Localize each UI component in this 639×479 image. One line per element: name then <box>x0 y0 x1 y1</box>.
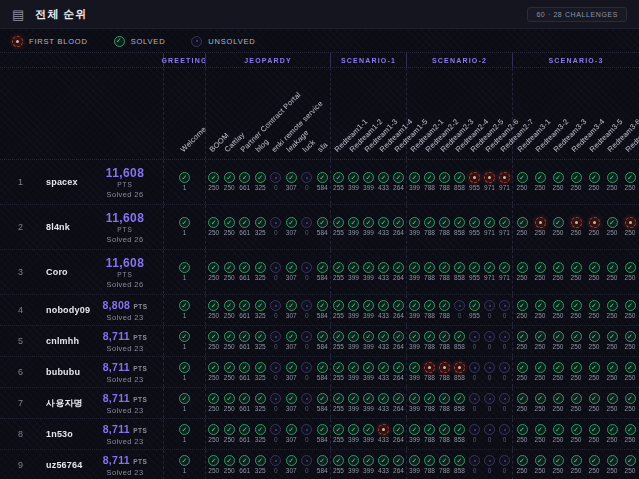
challenge-column-header: Redteam3-5 <box>585 68 603 159</box>
solved-badge: ✓ <box>499 262 510 273</box>
team-solved-count: Solved 23 <box>93 344 157 353</box>
challenge-cell: ✓584 <box>315 205 331 249</box>
challenge-name: Welcome <box>178 125 207 154</box>
challenge-group-cells: ✓250✓250✓661✓3250✓3070✓584 <box>205 388 330 418</box>
solved-badge: ✓ <box>409 300 420 311</box>
cell-points: 264 <box>393 230 404 237</box>
challenges-count-badge: 60 · 28 CHALLENGES <box>527 7 627 22</box>
solved-badge: ✓ <box>607 362 618 373</box>
solved-badge: ✓ <box>439 172 450 183</box>
challenge-cell: ✓250 <box>567 357 585 387</box>
challenge-cell: 0 <box>268 295 284 325</box>
cell-points: 264 <box>393 313 404 320</box>
cell-points: 788 <box>439 185 450 192</box>
cell-points: 250 <box>589 185 600 192</box>
cell-points: 250 <box>625 313 636 320</box>
challenge-cell: ✓250 <box>567 326 585 356</box>
challenge-cell: ✓250 <box>531 388 549 418</box>
cell-points: 788 <box>439 313 450 320</box>
cell-points: 0 <box>488 344 492 351</box>
challenge-group-cells: ✓1 <box>163 295 205 325</box>
team-row: 9uz567648,711 PTSSolved 23✓1✓250✓250✓661… <box>0 450 639 479</box>
challenge-cell: ✓584 <box>315 419 331 449</box>
solved-badge: ✓ <box>625 393 636 404</box>
cell-points: 325 <box>255 468 266 475</box>
cell-points: 788 <box>439 406 450 413</box>
unsolved-badge <box>469 362 480 373</box>
menu-icon[interactable]: ▤ <box>12 8 24 21</box>
cell-points: 399 <box>409 375 420 382</box>
solved-badge: ✓ <box>239 300 250 311</box>
first-blood-badge <box>378 424 389 435</box>
challenge-cell: ✓250 <box>621 388 639 418</box>
solved-badge: ✓ <box>317 172 328 183</box>
challenge-cell: ✓788 <box>422 250 437 294</box>
challenge-cell: ✓1 <box>164 419 205 449</box>
solved-badge: ✓ <box>363 172 374 183</box>
challenge-label-group: Redteam3-1Redteam3-2Redteam3-3Redteam3-4… <box>512 68 639 159</box>
cell-points: 250 <box>517 344 528 351</box>
challenge-cell: ✓971 <box>497 205 512 249</box>
team-solved-count: Solved 26 <box>93 280 157 289</box>
solved-badge: ✓ <box>333 172 344 183</box>
challenge-group-cells: ✓399✓788✓788✓858✓955✓971✓971 <box>406 205 512 249</box>
cell-points: 0 <box>274 437 278 444</box>
cell-points: 264 <box>393 468 404 475</box>
challenge-label-group: Redteam2-1Redteam2-2Redteam2-3Redteam2-4… <box>406 68 512 159</box>
cell-points: 250 <box>607 275 618 282</box>
cell-points: 788 <box>424 468 435 475</box>
category-group: GREETING <box>163 53 205 67</box>
cell-points: 250 <box>224 375 235 382</box>
challenge-group-cells: ✓250✓250✓250✓250✓250✓250✓250 <box>512 160 639 204</box>
challenge-column-header: Redteam2-7 <box>497 68 512 159</box>
cell-points: 399 <box>348 406 359 413</box>
unsolved-badge <box>270 424 281 435</box>
challenge-cell: 971 <box>497 160 512 204</box>
challenge-group-cells: ✓250✓250✓250✓250✓250✓250✓250 <box>512 388 639 418</box>
unsolved-badge <box>270 217 281 228</box>
challenge-cell: ✓250 <box>549 295 567 325</box>
challenge-group-cells: ✓250✓250✓661✓3250✓3070✓584 <box>205 419 330 449</box>
cell-points: 399 <box>348 230 359 237</box>
challenge-cell: ✓325 <box>253 388 269 418</box>
solved-badge: ✓ <box>224 424 235 435</box>
cell-points: 325 <box>255 344 266 351</box>
solved-badge: ✓ <box>589 424 600 435</box>
cell-points: 0 <box>473 406 477 413</box>
cell-points: 661 <box>239 313 250 320</box>
cell-points: 399 <box>409 468 420 475</box>
solved-badge: ✓ <box>409 331 420 342</box>
challenge-cell: ✓250 <box>603 419 621 449</box>
challenge-cell: ✓264 <box>391 450 406 479</box>
cell-points: 0 <box>305 185 309 192</box>
challenge-cell: ✓255 <box>331 326 346 356</box>
cell-points: 250 <box>224 275 235 282</box>
challenge-column-header: Redteam2-3 <box>437 68 452 159</box>
solved-badge: ✓ <box>255 172 266 183</box>
team-name: spacex <box>46 177 78 187</box>
cell-points: 264 <box>393 406 404 413</box>
team-solved-count: Solved 23 <box>93 437 157 446</box>
challenge-column-header: Redteam1-3 <box>361 68 376 159</box>
challenge-cell: ✓399 <box>361 357 376 387</box>
challenge-cell: ✓264 <box>391 295 406 325</box>
team-points: 8,711 PTS <box>93 423 157 435</box>
cell-points: 955 <box>469 230 480 237</box>
challenge-cell: ✓307 <box>284 295 300 325</box>
challenge-name: sfa <box>316 140 330 154</box>
challenge-cell: 0 <box>482 388 497 418</box>
challenge-cell: ✓661 <box>237 160 253 204</box>
solved-badge: ✓ <box>484 262 495 273</box>
challenge-group-cells: ✓1 <box>163 160 205 204</box>
challenge-column-header: blog <box>253 68 269 159</box>
cell-points: 584 <box>317 344 328 351</box>
challenge-cell: ✓584 <box>315 160 331 204</box>
challenge-group-cells: ✓250✓250✓250✓250✓250✓250✓250 <box>512 419 639 449</box>
challenge-group-cells: ✓250✓250✓661✓3250✓3070✓584 <box>205 250 330 294</box>
cell-points: 433 <box>378 344 389 351</box>
challenge-labels-spacer <box>0 68 163 159</box>
cell-points: 1 <box>183 185 187 192</box>
solved-badge: ✓ <box>208 172 219 183</box>
unsolved-badge <box>301 172 312 183</box>
challenge-cell: ✓250 <box>531 295 549 325</box>
